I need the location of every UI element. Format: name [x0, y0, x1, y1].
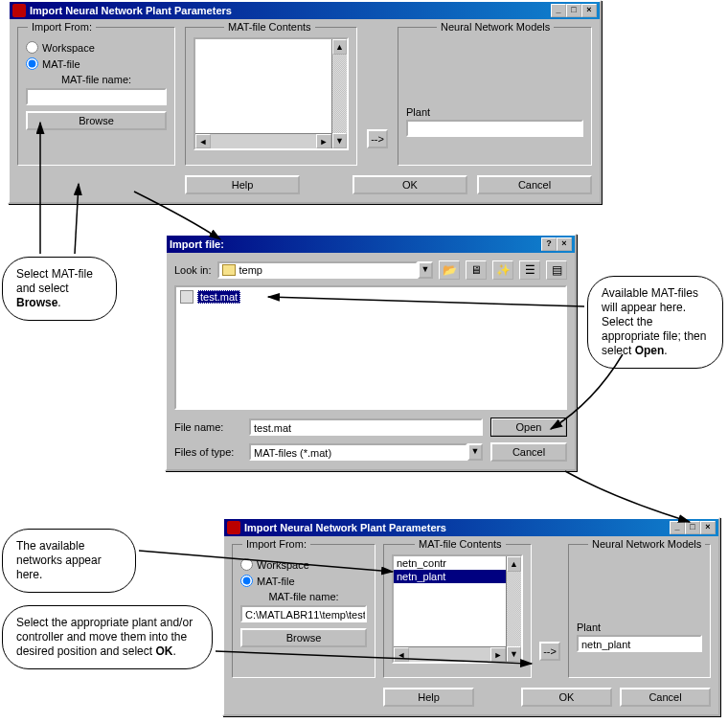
desktop-icon[interactable]: 🖥	[466, 260, 487, 280]
callout-2: Available MAT-files will appear here. Se…	[587, 276, 723, 369]
workspace-radio[interactable]: Workspace	[240, 558, 367, 571]
close-button[interactable]: ×	[557, 237, 572, 251]
workspace-radio-input[interactable]	[240, 558, 253, 571]
close-button[interactable]: ×	[581, 4, 597, 17]
move-right-button[interactable]: -->	[539, 642, 560, 661]
contents-scroll-h[interactable]: ◄ ►	[394, 646, 506, 662]
maximize-button[interactable]: □	[566, 4, 581, 17]
scroll-left-icon[interactable]: ◄	[394, 647, 409, 662]
minimize-button[interactable]: _	[551, 4, 566, 17]
import-from-group: Import From: Workspace MAT-file MAT-file…	[17, 27, 175, 166]
file-item-label: test.mat	[197, 290, 240, 304]
cancel-button[interactable]: Cancel	[490, 442, 567, 462]
cancel-button[interactable]: Cancel	[620, 688, 711, 707]
window-title: Import Neural Network Plant Parameters	[244, 522, 670, 533]
scroll-down-icon[interactable]: ▼	[332, 133, 347, 148]
browse-button[interactable]: Browse	[26, 111, 167, 130]
new-folder-icon[interactable]: ✨	[492, 260, 513, 280]
help-button-icon[interactable]: ?	[541, 237, 557, 251]
open-button[interactable]: Open	[491, 418, 566, 436]
contents-listbox[interactable]: ▲ ▼ ◄ ►	[193, 37, 349, 150]
contents-scroll-h[interactable]: ◄ ►	[195, 133, 331, 148]
file-item[interactable]: test.mat	[178, 289, 563, 305]
mat-file-icon	[180, 290, 193, 304]
workspace-radio[interactable]: Workspace	[26, 41, 167, 54]
plant-label: Plant	[577, 621, 702, 633]
scroll-up-icon[interactable]: ▲	[507, 556, 521, 572]
nn-models-group: Neural Network Models Plant	[398, 27, 592, 166]
callout-1: Select MAT-file and select Browse.	[2, 257, 117, 321]
contents-scroll-v[interactable]: ▲ ▼	[506, 556, 521, 662]
workspace-radio-label: Workspace	[42, 42, 95, 54]
window-title: Import file:	[170, 238, 541, 250]
nn-models-group: Neural Network Models Plant netn_plant	[568, 544, 711, 678]
matfile-radio-input[interactable]	[240, 575, 253, 587]
file-name-input[interactable]: test.mat	[249, 418, 483, 436]
matfile-name-label: MAT-file name:	[26, 74, 167, 85]
import-dialog-1: Import Neural Network Plant Parameters _…	[8, 0, 602, 204]
workspace-radio-input[interactable]	[26, 41, 38, 54]
contents-scroll-v[interactable]: ▲ ▼	[331, 39, 347, 148]
nn-models-legend: Neural Network Models	[437, 21, 554, 33]
scroll-down-icon[interactable]: ▼	[507, 646, 521, 662]
plant-input[interactable]	[406, 120, 583, 137]
ok-button[interactable]: OK	[353, 175, 467, 194]
app-icon	[227, 521, 240, 534]
matfile-radio[interactable]: MAT-file	[26, 57, 167, 70]
matfile-contents-group: MAT-file Contents ▲ ▼ ◄ ►	[185, 27, 357, 166]
plant-input[interactable]: netn_plant	[577, 635, 702, 652]
matfile-name-input[interactable]	[26, 88, 167, 105]
ok-button[interactable]: OK	[521, 688, 612, 707]
help-button[interactable]: Help	[185, 175, 300, 194]
maximize-button[interactable]: □	[685, 521, 700, 534]
details-view-icon[interactable]: ▤	[546, 260, 567, 280]
import-from-legend: Import From:	[28, 21, 96, 33]
browse-button[interactable]: Browse	[240, 628, 367, 647]
import-from-legend: Import From:	[242, 538, 310, 550]
import-from-group: Import From: Workspace MAT-file MAT-file…	[232, 544, 375, 678]
files-of-type-dropdown[interactable]: ▼	[467, 443, 483, 461]
app-icon	[12, 4, 26, 17]
look-in-label: Look in:	[174, 264, 212, 276]
folder-icon	[222, 264, 236, 276]
titlebar[interactable]: Import Neural Network Plant Parameters _…	[224, 519, 718, 536]
nn-models-legend: Neural Network Models	[588, 538, 705, 550]
matfile-radio-label: MAT-file	[257, 576, 295, 587]
titlebar[interactable]: Import Neural Network Plant Parameters _…	[10, 2, 600, 19]
files-of-type-label: Files of type:	[174, 446, 241, 458]
matfile-radio[interactable]: MAT-file	[240, 575, 367, 587]
matfile-contents-legend: MAT-file Contents	[224, 21, 315, 33]
callout-3: The available networks appear here.	[2, 529, 136, 593]
file-open-dialog: Import file: ? × Look in: temp ▼ 📂 🖥 ✨ ☰…	[165, 234, 577, 471]
matfile-contents-group: MAT-file Contents netn_contr netn_plant …	[383, 544, 532, 678]
window-title: Import Neural Network Plant Parameters	[30, 5, 551, 16]
titlebar[interactable]: Import file: ? ×	[167, 236, 575, 253]
cancel-button[interactable]: Cancel	[477, 175, 592, 194]
look-in-value: temp	[239, 263, 262, 277]
matfile-radio-label: MAT-file	[42, 58, 80, 70]
matfile-name-label: MAT-file name:	[240, 591, 367, 602]
files-of-type-value[interactable]: MAT-files (*.mat)	[249, 443, 467, 461]
list-item[interactable]: netn_contr	[394, 556, 506, 570]
list-view-icon[interactable]: ☰	[519, 260, 540, 280]
plant-label: Plant	[406, 106, 583, 118]
up-one-level-icon[interactable]: 📂	[439, 260, 460, 280]
import-dialog-2: Import Neural Network Plant Parameters _…	[222, 517, 720, 716]
scroll-right-icon[interactable]: ►	[490, 647, 506, 662]
scroll-left-icon[interactable]: ◄	[195, 134, 211, 148]
scroll-up-icon[interactable]: ▲	[332, 39, 347, 55]
scroll-right-icon[interactable]: ►	[316, 134, 331, 148]
matfile-name-input[interactable]: C:\MATLABR11\temp\test	[240, 605, 367, 622]
look-in-dropdown[interactable]: ▼	[418, 261, 433, 279]
help-button[interactable]: Help	[383, 688, 474, 707]
close-button[interactable]: ×	[700, 521, 716, 534]
move-right-button[interactable]: -->	[367, 129, 388, 148]
workspace-radio-label: Workspace	[257, 559, 309, 571]
file-name-label: File name:	[174, 421, 241, 433]
matfile-radio-input[interactable]	[26, 57, 38, 70]
contents-listbox[interactable]: netn_contr netn_plant ▲ ▼ ◄ ►	[392, 554, 523, 664]
minimize-button[interactable]: _	[670, 521, 685, 534]
callout-4: Select the appropriate plant and/or cont…	[2, 605, 213, 669]
list-item[interactable]: netn_plant	[394, 570, 506, 583]
file-list[interactable]: test.mat	[174, 285, 567, 410]
